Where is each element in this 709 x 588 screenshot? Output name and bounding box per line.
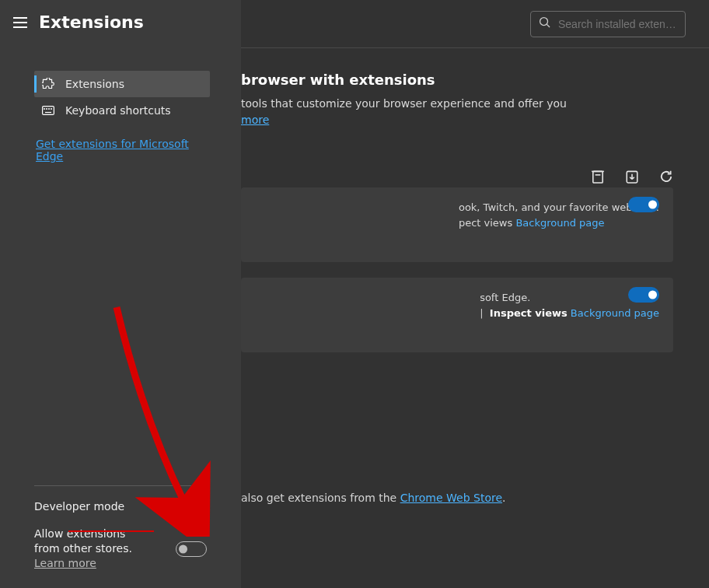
keyboard-icon — [42, 104, 54, 117]
developer-mode-row: Developer mode — [34, 494, 207, 522]
extension-cards: ook, Twitch, and your favorite websites.… — [241, 187, 709, 352]
svg-rect-11 — [593, 171, 602, 183]
intro-more-link[interactable]: more — [241, 114, 269, 126]
page-title: Extensions — [39, 12, 144, 32]
puzzle-icon — [42, 78, 54, 90]
svg-point-8 — [51, 109, 52, 110]
pack-icon[interactable] — [625, 170, 639, 184]
intro-body: tools that customize your browser experi… — [241, 96, 686, 128]
sidebar-item-label: Keyboard shortcuts — [65, 104, 171, 117]
svg-rect-3 — [43, 107, 54, 115]
extension-card: ook, Twitch, and your favorite websites.… — [241, 187, 673, 262]
footer-note: also get extensions from the Chrome Web … — [241, 492, 709, 504]
svg-line-10 — [547, 24, 550, 27]
extension-toggle[interactable] — [628, 197, 659, 212]
background-page-link[interactable]: Background page — [515, 217, 604, 229]
learn-more-link[interactable]: Learn more — [34, 557, 96, 569]
search-input[interactable] — [558, 18, 677, 30]
remove-icon[interactable] — [591, 170, 605, 184]
developer-mode-label: Developer mode — [34, 499, 124, 514]
svg-point-6 — [47, 109, 47, 110]
background-page-link[interactable]: Background page — [571, 307, 659, 319]
sidebar-header: Extensions — [0, 0, 241, 40]
content-area: browser with extensions tools that custo… — [241, 48, 709, 352]
store-link[interactable]: Get extensions for Microsoft Edge — [0, 124, 241, 163]
extension-card: soft Edge. | Inspect views Background pa… — [241, 278, 673, 352]
sidebar: Extensions Extensions Keyboard shortcuts… — [0, 0, 241, 588]
search-box[interactable] — [530, 11, 686, 37]
intro-section: browser with extensions tools that custo… — [241, 48, 709, 128]
divider — [34, 485, 207, 486]
svg-point-5 — [44, 109, 45, 110]
sidebar-item-label: Extensions — [65, 78, 124, 90]
sidebar-item-extensions[interactable]: Extensions — [34, 71, 210, 97]
extension-toggle[interactable] — [628, 287, 659, 303]
action-icon-row — [591, 170, 673, 184]
hamburger-icon[interactable] — [11, 13, 30, 32]
chrome-web-store-link[interactable]: Chrome Web Store — [400, 492, 502, 504]
sidebar-item-keyboard-shortcuts[interactable]: Keyboard shortcuts — [34, 97, 210, 124]
annotation-underline — [68, 530, 154, 532]
intro-title: browser with extensions — [241, 72, 686, 88]
svg-point-9 — [540, 18, 548, 26]
sidebar-bottom: Developer mode Allow extensions from oth… — [34, 485, 207, 579]
reload-icon[interactable] — [659, 170, 673, 184]
other-stores-toggle[interactable] — [176, 541, 207, 557]
search-icon — [539, 16, 550, 31]
sidebar-nav: Extensions Keyboard shortcuts — [0, 40, 241, 124]
topbar — [241, 0, 709, 48]
svg-point-7 — [49, 109, 50, 110]
developer-mode-toggle[interactable] — [176, 499, 207, 514]
other-stores-label: Allow extensions from other stores. Lear… — [34, 527, 151, 571]
